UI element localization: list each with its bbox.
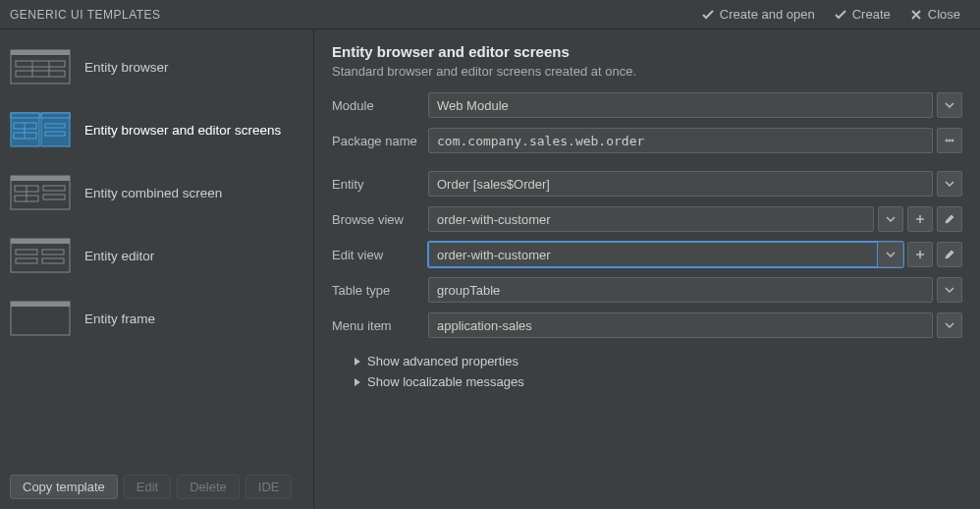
triangle-right-icon (354, 357, 361, 367)
svg-rect-12 (41, 113, 70, 118)
template-entity-frame[interactable]: Entity frame (0, 287, 313, 350)
menu-item-row: Menu item (332, 312, 962, 338)
template-list: Entity browser Entity browser and editor… (0, 35, 313, 465)
chevron-down-icon (886, 214, 896, 224)
svg-point-32 (952, 140, 953, 141)
close-icon (910, 9, 922, 21)
page-title: Entity browser and editor screens (332, 43, 962, 60)
chevron-down-icon (945, 179, 954, 189)
edit-view-edit-button[interactable] (937, 242, 962, 267)
edit-view-dropdown-button[interactable] (878, 242, 903, 267)
svg-rect-1 (11, 50, 70, 55)
template-label: Entity combined screen (84, 186, 303, 200)
module-row: Module (332, 92, 962, 118)
svg-rect-29 (11, 302, 70, 307)
svg-rect-23 (11, 239, 70, 244)
browse-view-label: Browse view (332, 212, 424, 227)
svg-rect-13 (45, 124, 65, 128)
svg-rect-7 (11, 113, 39, 118)
edit-view-row: Edit view (332, 242, 962, 267)
create-and-open-label: Create and open (720, 7, 815, 22)
template-thumb-icon (10, 112, 71, 147)
svg-rect-15 (11, 176, 70, 209)
chevron-down-icon (945, 320, 954, 330)
browse-view-add-button[interactable] (907, 206, 933, 232)
sidebar-footer: Copy template Edit Delete IDE (0, 465, 313, 509)
check-icon (835, 9, 846, 21)
pencil-icon (945, 214, 954, 224)
svg-rect-16 (11, 176, 70, 181)
table-type-label: Table type (332, 283, 424, 298)
template-thumb-icon (10, 301, 71, 336)
module-label: Module (332, 98, 424, 113)
template-entity-browser-editor[interactable]: Entity browser and editor screens (0, 98, 313, 161)
template-label: Entity browser and editor screens (84, 123, 303, 138)
package-browse-button[interactable] (937, 128, 962, 153)
template-entity-combined[interactable]: Entity combined screen (0, 161, 313, 224)
chevron-down-icon (945, 285, 954, 295)
template-label: Entity frame (84, 311, 303, 326)
delete-button: Delete (177, 475, 240, 499)
close-button[interactable]: Close (900, 7, 970, 22)
show-localizable-messages[interactable]: Show localizable messages (354, 374, 962, 389)
edit-button: Edit (124, 475, 171, 499)
browse-view-select[interactable] (428, 206, 874, 232)
triangle-right-icon (354, 377, 361, 387)
chevron-down-icon (945, 100, 954, 110)
package-label: Package name (332, 134, 424, 148)
template-thumb-icon (10, 49, 71, 85)
module-select[interactable] (428, 92, 933, 118)
menu-item-select[interactable] (428, 312, 933, 338)
edit-view-select[interactable] (428, 242, 878, 267)
table-type-row: Table type (332, 277, 962, 303)
entity-select[interactable] (428, 171, 933, 197)
svg-point-31 (949, 140, 951, 141)
edit-view-label: Edit view (332, 248, 424, 262)
template-entity-editor[interactable]: Entity editor (0, 224, 313, 287)
browse-view-row: Browse view (332, 206, 962, 232)
table-type-select[interactable] (428, 277, 933, 303)
menu-item-dropdown-button[interactable] (937, 312, 962, 338)
page-description: Standard browser and editor screens crea… (332, 64, 962, 79)
expander-label: Show advanced properties (367, 354, 518, 368)
window-title: GENERIC UI TEMPLATES (10, 8, 161, 22)
plus-icon (915, 214, 925, 224)
entity-label: Entity (332, 177, 424, 192)
svg-rect-22 (11, 239, 70, 272)
template-label: Entity editor (84, 249, 303, 263)
create-label: Create (852, 7, 891, 22)
ellipsis-icon (945, 136, 954, 145)
menu-item-label: Menu item (332, 318, 424, 333)
main-panel: Entity browser and editor screens Standa… (314, 29, 980, 509)
chevron-down-icon (886, 250, 896, 259)
module-dropdown-button[interactable] (937, 92, 962, 118)
svg-point-30 (946, 140, 948, 141)
table-type-dropdown-button[interactable] (937, 277, 962, 303)
pencil-icon (945, 250, 954, 259)
browse-view-edit-button[interactable] (937, 206, 962, 232)
ide-button: IDE (245, 475, 293, 499)
edit-view-add-button[interactable] (907, 242, 933, 267)
plus-icon (915, 250, 925, 259)
check-icon (702, 9, 714, 21)
svg-rect-14 (45, 132, 65, 136)
template-entity-browser[interactable]: Entity browser (0, 35, 313, 98)
browse-view-dropdown-button[interactable] (878, 206, 903, 232)
template-thumb-icon (10, 175, 71, 210)
show-advanced-properties[interactable]: Show advanced properties (354, 354, 962, 368)
svg-rect-28 (11, 302, 70, 335)
package-input[interactable] (428, 128, 933, 153)
header: GENERIC UI TEMPLATES Create and open Cre… (0, 0, 980, 29)
template-label: Entity browser (84, 60, 303, 75)
sidebar: Entity browser Entity browser and editor… (0, 29, 314, 509)
close-label: Close (928, 7, 960, 22)
template-thumb-icon (10, 238, 71, 273)
create-and-open-button[interactable]: Create and open (692, 7, 825, 22)
copy-template-button[interactable]: Copy template (10, 475, 118, 499)
package-row: Package name (332, 128, 962, 153)
entity-dropdown-button[interactable] (937, 171, 962, 197)
create-button[interactable]: Create (825, 7, 900, 22)
entity-row: Entity (332, 171, 962, 197)
expander-label: Show localizable messages (367, 374, 524, 389)
